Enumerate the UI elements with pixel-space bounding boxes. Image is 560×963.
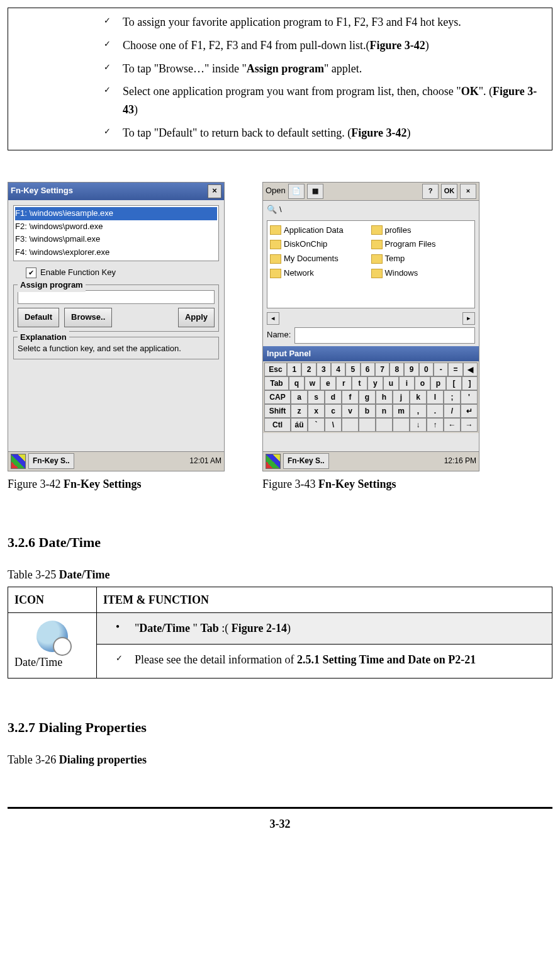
key[interactable]: , xyxy=(410,404,427,418)
key[interactable]: d xyxy=(325,390,342,404)
list-item[interactable]: F4: \windows\explorer.exe xyxy=(15,246,217,259)
start-icon[interactable] xyxy=(11,454,26,469)
apply-button[interactable]: Apply xyxy=(178,308,215,327)
folder-item[interactable]: profiles xyxy=(371,223,473,238)
key[interactable]: 6 xyxy=(361,363,375,376)
folder-item[interactable]: My Documents xyxy=(270,252,371,266)
key[interactable]: ← xyxy=(444,418,461,432)
default-button[interactable]: Default xyxy=(18,308,59,327)
key[interactable]: y xyxy=(367,376,383,390)
key[interactable]: t xyxy=(352,376,367,390)
key[interactable]: o xyxy=(415,376,430,390)
key[interactable]: 4 xyxy=(331,363,345,376)
close-icon[interactable]: × xyxy=(460,184,476,199)
key[interactable]: i xyxy=(399,376,415,390)
key[interactable]: l xyxy=(427,390,444,404)
close-icon[interactable]: × xyxy=(208,184,221,198)
taskbar-time: 12:16 PM xyxy=(444,455,476,467)
key[interactable]: CAP xyxy=(264,390,291,404)
key[interactable]: ; xyxy=(444,390,461,404)
key[interactable]: g xyxy=(359,390,376,404)
key[interactable]: Ctl xyxy=(264,418,291,432)
soft-keyboard[interactable]: Esc1234567890-=◀Tabqwertyuiop[]CAPasdfgh… xyxy=(263,361,479,433)
key[interactable]: [ xyxy=(446,376,462,390)
key[interactable]: x xyxy=(308,404,325,418)
key[interactable]: q xyxy=(289,376,305,390)
key[interactable]: Tab xyxy=(264,376,289,390)
folder-item[interactable]: Program Files xyxy=(371,237,473,252)
key[interactable]: 5 xyxy=(345,363,360,376)
key[interactable]: 7 xyxy=(375,363,389,376)
browse-button[interactable]: Browse.. xyxy=(64,308,112,327)
key[interactable]: f xyxy=(342,390,359,404)
key[interactable]: Shift xyxy=(264,404,291,418)
scroll-left-icon[interactable]: ◂ xyxy=(267,312,279,325)
key[interactable] xyxy=(376,418,393,432)
key[interactable]: ↓ xyxy=(410,418,427,432)
key[interactable] xyxy=(342,418,359,432)
hotkey-listbox[interactable]: F1: \windows\iesample.exe F2: \windows\p… xyxy=(13,205,219,261)
key[interactable]: ] xyxy=(462,376,478,390)
key[interactable]: n xyxy=(376,404,393,418)
key[interactable]: b xyxy=(359,404,376,418)
key[interactable]: ↵ xyxy=(461,404,478,418)
key[interactable]: / xyxy=(444,404,461,418)
toolbar-icon[interactable]: 📄 xyxy=(288,184,305,199)
key[interactable]: áü xyxy=(291,418,308,432)
start-icon[interactable] xyxy=(266,454,281,469)
list-item[interactable]: F3: \windows\pmail.exe xyxy=(15,233,217,246)
detail-row: Please see the detail information of 2.5… xyxy=(97,645,552,679)
key[interactable]: w xyxy=(305,376,320,390)
help-button[interactable]: ? xyxy=(422,184,439,199)
key[interactable]: u xyxy=(383,376,399,390)
key[interactable]: a xyxy=(291,390,308,404)
key[interactable]: 0 xyxy=(419,363,434,376)
checkbox-icon[interactable]: ✔ xyxy=(26,268,36,278)
toolbar-icon[interactable]: ▦ xyxy=(307,184,323,199)
scroll-right-icon[interactable]: ▸ xyxy=(462,312,475,325)
key[interactable]: . xyxy=(427,404,444,418)
key[interactable]: ↑ xyxy=(427,418,444,432)
ok-button[interactable]: OK xyxy=(441,184,457,199)
magnifier-icon[interactable]: 🔍 xyxy=(267,203,277,217)
key[interactable]: j xyxy=(393,390,410,404)
key[interactable] xyxy=(359,418,376,432)
taskbar-button[interactable]: Fn-Key S.. xyxy=(28,453,74,469)
key[interactable]: s xyxy=(308,390,325,404)
filename-input[interactable] xyxy=(294,327,475,344)
list-item[interactable]: F1: \windows\iesample.exe xyxy=(15,207,217,220)
key[interactable]: - xyxy=(434,363,448,376)
taskbar-button[interactable]: Fn-Key S.. xyxy=(283,453,329,469)
key[interactable]: m xyxy=(393,404,410,418)
key[interactable]: Esc xyxy=(264,363,287,376)
folder-item[interactable]: Temp xyxy=(371,252,473,266)
key[interactable]: 3 xyxy=(316,363,331,376)
key[interactable]: r xyxy=(336,376,352,390)
key[interactable]: ` xyxy=(308,418,325,432)
key[interactable]: = xyxy=(448,363,462,376)
key[interactable]: → xyxy=(461,418,478,432)
key[interactable]: 2 xyxy=(301,363,316,376)
program-path-input[interactable] xyxy=(18,290,215,304)
key[interactable]: \ xyxy=(325,418,342,432)
key[interactable] xyxy=(393,418,410,432)
folder-item[interactable]: Network xyxy=(270,266,371,281)
key[interactable]: z xyxy=(291,404,308,418)
key[interactable]: e xyxy=(320,376,336,390)
key[interactable]: p xyxy=(430,376,446,390)
key[interactable]: 9 xyxy=(404,363,418,376)
key[interactable]: h xyxy=(376,390,393,404)
key[interactable]: k xyxy=(410,390,427,404)
key[interactable]: 8 xyxy=(389,363,404,376)
enable-checkbox-row[interactable]: ✔ Enable Function Key xyxy=(26,266,224,279)
file-list[interactable]: Application Data DiskOnChip My Documents… xyxy=(267,220,475,308)
key[interactable]: c xyxy=(325,404,342,418)
folder-item[interactable]: Application Data xyxy=(270,223,371,238)
list-item[interactable]: F2: \windows\pword.exe xyxy=(15,220,217,234)
key[interactable]: ◀ xyxy=(463,363,478,376)
folder-item[interactable]: Windows xyxy=(371,266,473,281)
folder-item[interactable]: DiskOnChip xyxy=(270,237,371,252)
key[interactable]: ' xyxy=(461,390,478,404)
key[interactable]: 1 xyxy=(287,363,301,376)
key[interactable]: v xyxy=(342,404,359,418)
